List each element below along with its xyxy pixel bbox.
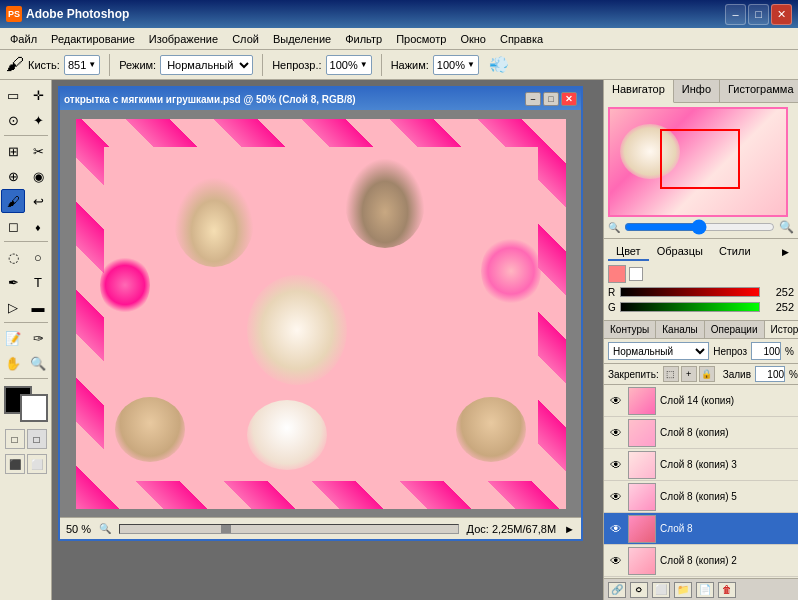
swatches-tab[interactable]: Образцы [649, 243, 711, 261]
brush-tool[interactable]: 🖌 [1, 189, 25, 213]
history-tab[interactable]: История [765, 321, 798, 338]
maximize-button[interactable]: □ [748, 4, 769, 25]
marquee-tool[interactable]: ▭ [1, 83, 25, 107]
blend-mode-select[interactable]: Нормальный [608, 342, 709, 360]
move-tool[interactable]: ✛ [26, 83, 50, 107]
pen-tools-row: ✒ T [1, 270, 50, 294]
info-tab[interactable]: Инфо [674, 80, 720, 102]
eyedropper-tool[interactable]: ✑ [26, 326, 50, 350]
layer-eye-3[interactable]: 👁 [608, 489, 624, 505]
lock-pixels-btn[interactable]: ⬚ [663, 366, 679, 382]
crop-tool[interactable]: ⊞ [1, 139, 25, 163]
menu-item-окно[interactable]: Окно [454, 31, 492, 47]
magic-wand-tool[interactable]: ✦ [26, 108, 50, 132]
lasso-tool[interactable]: ⊙ [1, 108, 25, 132]
layer-style-btn[interactable]: ⭘ [630, 582, 648, 598]
layer-mask-btn[interactable]: ⬜ [652, 582, 670, 598]
opacity-input[interactable] [751, 342, 781, 360]
notes-tool[interactable]: 📝 [1, 326, 25, 350]
opacity-dropdown-icon[interactable]: ▼ [360, 60, 368, 69]
histogram-tab[interactable]: Гистограмма [720, 80, 798, 102]
layer-item-1[interactable]: 👁Слой 8 (копия) [604, 417, 798, 449]
layer-link-btn[interactable]: 🔗 [608, 582, 626, 598]
zoom-slider[interactable] [624, 222, 775, 232]
slice-tool[interactable]: ✂ [26, 139, 50, 163]
layer-item-5[interactable]: 👁Слой 8 (копия) 2 [604, 545, 798, 577]
channels-tab[interactable]: Каналы [656, 321, 705, 338]
fullscreen-mode-btn[interactable]: ⬜ [27, 454, 47, 474]
screen-mode-btn[interactable]: ⬛ [5, 454, 25, 474]
eraser-tool[interactable]: ◻ [1, 214, 25, 238]
color-menu-btn[interactable]: ▶ [782, 243, 794, 261]
zoom-out-icon[interactable]: 🔍 [608, 222, 620, 233]
layer-eye-2[interactable]: 👁 [608, 457, 624, 473]
layer-new-btn[interactable]: 📄 [696, 582, 714, 598]
blur-tool[interactable]: ◌ [1, 245, 25, 269]
app-title: Adobe Photoshop [26, 7, 129, 21]
brush-tool-icon[interactable]: 🖌 [6, 54, 24, 75]
scroll-right-arrow[interactable]: ► [564, 523, 575, 535]
doc-close-button[interactable]: ✕ [561, 92, 577, 106]
history-brush-tool[interactable]: ↩ [26, 189, 50, 213]
navigator-tab[interactable]: Навигатор [604, 80, 674, 103]
hand-tool[interactable]: ✋ [1, 351, 25, 375]
actions-tab[interactable]: Операции [705, 321, 765, 338]
layer-item-2[interactable]: 👁Слой 8 (копия) 3 [604, 449, 798, 481]
layer-delete-btn[interactable]: 🗑 [718, 582, 736, 598]
path-select-tool[interactable]: ▷ [1, 295, 25, 319]
layer-item-3[interactable]: 👁Слой 8 (копия) 5 [604, 481, 798, 513]
airbrush-icon[interactable]: 💨 [489, 55, 509, 74]
fill-input[interactable] [755, 366, 785, 382]
styles-tab[interactable]: Стили [711, 243, 759, 261]
menu-item-справка[interactable]: Справка [494, 31, 549, 47]
paths-tab[interactable]: Контуры [604, 321, 656, 338]
layer-item-4[interactable]: 👁Слой 8 [604, 513, 798, 545]
background-color[interactable] [20, 394, 48, 422]
fill-tool[interactable]: ⬧ [26, 214, 50, 238]
brush-dropdown-icon[interactable]: ▼ [88, 60, 96, 69]
layer-thumb-0 [628, 387, 656, 415]
zoom-icon[interactable]: 🔍 [99, 523, 111, 534]
pen-tool[interactable]: ✒ [1, 270, 25, 294]
menu-item-фильтр[interactable]: Фильтр [339, 31, 388, 47]
doc-minimize-button[interactable]: – [525, 92, 541, 106]
stamp-tool[interactable]: ◉ [26, 164, 50, 188]
layer-eye-1[interactable]: 👁 [608, 425, 624, 441]
layer-group-btn[interactable]: 📁 [674, 582, 692, 598]
minimize-button[interactable]: – [725, 4, 746, 25]
layer-name-3: Слой 8 (копия) 5 [660, 491, 794, 502]
lock-position-btn[interactable]: + [681, 366, 697, 382]
menu-item-изображение[interactable]: Изображение [143, 31, 224, 47]
layer-eye-0[interactable]: 👁 [608, 393, 624, 409]
close-button[interactable]: ✕ [771, 4, 792, 25]
zoom-tool[interactable]: 🔍 [26, 351, 50, 375]
menu-item-файл[interactable]: Файл [4, 31, 43, 47]
path-tools-row: ▷ ▬ [1, 295, 50, 319]
layer-item-0[interactable]: 👁Слой 14 (копия) [604, 385, 798, 417]
shape-tool[interactable]: ▬ [26, 295, 50, 319]
layer-eye-5[interactable]: 👁 [608, 553, 624, 569]
color-tab[interactable]: Цвет [608, 243, 649, 261]
menu-item-просмотр[interactable]: Просмотр [390, 31, 452, 47]
standard-mode-btn[interactable]: □ [5, 429, 25, 449]
g-label: G [608, 302, 616, 313]
document-window: открытка с мягкими игрушками.psd @ 50% (… [58, 86, 583, 541]
mode-select[interactable]: Нормальный [160, 55, 253, 75]
pressure-dropdown-icon[interactable]: ▼ [467, 60, 475, 69]
foreground-swatch[interactable] [608, 265, 626, 283]
nav-viewport-indicator[interactable] [660, 129, 740, 189]
quickmask-mode-btn[interactable]: □ [27, 429, 47, 449]
layer-eye-4[interactable]: 👁 [608, 521, 624, 537]
menu-item-редактирование[interactable]: Редактирование [45, 31, 141, 47]
background-swatch[interactable] [629, 267, 643, 281]
layer-name-0: Слой 14 (копия) [660, 395, 794, 406]
lock-all-btn[interactable]: 🔒 [699, 366, 715, 382]
dodge-tool[interactable]: ○ [26, 245, 50, 269]
zoom-in-icon[interactable]: 🔍 [779, 220, 794, 234]
heal-tool[interactable]: ⊕ [1, 164, 25, 188]
pressure-value: 100% [437, 59, 465, 71]
doc-maximize-button[interactable]: □ [543, 92, 559, 106]
menu-item-слой[interactable]: Слой [226, 31, 265, 47]
type-tool[interactable]: T [26, 270, 50, 294]
menu-item-выделение[interactable]: Выделение [267, 31, 337, 47]
